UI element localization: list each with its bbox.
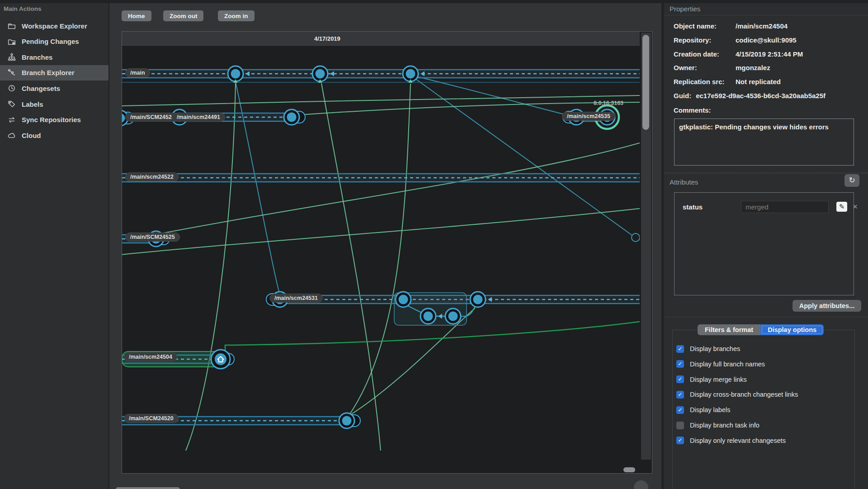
checkbox-row-display-branch-task-info[interactable]: Display branch task info: [676, 421, 760, 429]
property-value: ec17e592-d9ac-4536-b6cd-3a20aab5a25f: [696, 92, 826, 100]
vertical-scrollbar-thumb[interactable]: [642, 35, 649, 130]
changeset-node[interactable]: [339, 413, 360, 428]
sidebar-item-labels[interactable]: Labels: [0, 96, 108, 112]
divider: [664, 317, 868, 317]
checkbox-row-display-merge-links[interactable]: ✓Display merge links: [676, 375, 747, 384]
checkbox-icon[interactable]: ✓: [676, 375, 684, 383]
checkbox-row-display-only-relevant-changesets[interactable]: ✓Display only relevant changesets: [676, 437, 786, 445]
property-value: Not replicated: [736, 78, 781, 85]
property-label: Guid:: [674, 92, 691, 100]
checkbox-icon[interactable]: ✓: [676, 437, 684, 444]
branch-label[interactable]: /main/SCM24520: [124, 414, 179, 423]
property-value: mgonzalez: [736, 64, 770, 71]
changeset-node[interactable]: [312, 66, 328, 81]
checkbox-icon[interactable]: ✓: [676, 406, 684, 414]
remove-icon[interactable]: ×: [853, 202, 858, 212]
tag-icon: [8, 100, 16, 108]
branch-label[interactable]: /main/SCM24525: [125, 233, 180, 242]
horizontal-scrollbar-thumb[interactable]: [623, 467, 635, 472]
apply-attributes-button[interactable]: Apply attributes...: [793, 300, 861, 312]
comments-box[interactable]: gtkplastic: Pending changes view hides e…: [674, 119, 854, 166]
attributes-title: Attributes: [670, 178, 698, 186]
branch-label[interactable]: /main: [125, 68, 150, 77]
window-top-strip: [0, 0, 868, 3]
folder-icon: [8, 22, 16, 30]
checkbox-row-display-cross-branch-changeset-links[interactable]: ✓Display cross-branch changeset links: [676, 390, 798, 399]
checkbox-icon[interactable]: [676, 422, 684, 429]
checkbox-icon[interactable]: ✓: [676, 391, 684, 399]
changeset-node[interactable]: [470, 292, 486, 307]
canvas-vertical-scrollbar[interactable]: [641, 33, 651, 460]
changeset-node[interactable]: [420, 309, 436, 324]
zoom-out-button[interactable]: Zoom out: [163, 10, 203, 21]
sidebar-item-label: Sync Repositories: [22, 116, 81, 123]
branch-label[interactable]: /main/scm24535: [562, 112, 615, 121]
sidebar-item-label: Changesets: [22, 85, 60, 92]
sync-arrows-icon: [8, 116, 16, 124]
property-label: Repository:: [674, 36, 736, 44]
checkbox-row-display-labels[interactable]: ✓Display labels: [676, 406, 730, 414]
attributes-list: statusmerged✎×: [674, 192, 854, 295]
branch-label[interactable]: /main/scm24531: [269, 294, 323, 303]
property-label: Object name:: [674, 22, 736, 30]
bottom-fab-partial[interactable]: [634, 480, 648, 489]
property-value: /main/scm24504: [736, 22, 788, 30]
property-row: Object name:/main/scm24504: [674, 22, 788, 30]
home-button[interactable]: Home: [122, 10, 151, 21]
property-label: Owner:: [674, 64, 736, 71]
branch-label[interactable]: /main/scm24491: [172, 113, 225, 122]
merge-link: [122, 209, 640, 255]
edit-icon[interactable]: ✎: [836, 202, 847, 212]
sidebar-item-pending-changes[interactable]: Pending Changes: [0, 34, 108, 49]
bottom-toolbar-partial-button[interactable]: [116, 487, 180, 489]
sidebar-item-branches[interactable]: Branches: [0, 49, 108, 65]
changeset-node[interactable]: [284, 109, 305, 125]
changeset-node[interactable]: [445, 309, 461, 324]
property-value: 4/15/2019 2:51:44 PM: [736, 50, 803, 58]
properties-panel: Properties Object name:/main/scm24504Rep…: [661, 0, 868, 489]
sidebar-header: Main Actions: [4, 5, 42, 12]
sidebar-item-sync-repositories[interactable]: Sync Repositories: [0, 112, 108, 128]
sidebar-item-label: Workspace Explorer: [22, 22, 87, 30]
checkbox-icon[interactable]: ✓: [676, 360, 684, 368]
checkbox-row-display-branches[interactable]: ✓Display branches: [676, 345, 740, 353]
branch-label[interactable]: /main/scm24522: [125, 172, 179, 181]
property-row: Creation date:4/15/2019 2:51:44 PM: [674, 50, 803, 58]
changeset-node[interactable]: [403, 66, 418, 81]
branch-graph-svg[interactable]: [122, 32, 640, 464]
branch-diagram-canvas[interactable]: 4/17/2019 /main/main/SCM24524/main/scm24…: [122, 31, 652, 474]
changeset-node[interactable]: [228, 66, 243, 81]
folder-pending-icon: [8, 38, 16, 46]
sidebar-item-cloud[interactable]: Cloud: [0, 128, 108, 143]
refresh-icon[interactable]: ↻: [844, 174, 859, 187]
divider: [664, 173, 868, 173]
home-changeset-node[interactable]: [211, 350, 234, 369]
property-row: Repository:codice@skull:9095: [674, 36, 797, 44]
attribute-value-field[interactable]: merged: [741, 201, 829, 213]
sidebar-item-label: Pending Changes: [22, 38, 79, 45]
cloud-icon: [8, 131, 16, 139]
tab-display-options[interactable]: Display options: [760, 324, 824, 335]
attribute-name: status: [683, 203, 703, 211]
changesets-clock-icon: [8, 84, 16, 92]
checkbox-label: Display labels: [690, 406, 730, 413]
tab-filters-format[interactable]: Filters & format: [698, 324, 760, 335]
property-value: codice@skull:9095: [736, 36, 797, 44]
branch-explorer-icon: [8, 69, 16, 77]
checkbox-row-display-full-branch-names[interactable]: ✓Display full branch names: [676, 360, 765, 368]
sidebar-item-label: Labels: [22, 100, 43, 108]
property-row: Owner:mgonzalez: [674, 64, 770, 71]
checkbox-label: Display branch task info: [690, 422, 760, 429]
merge-link: [225, 322, 640, 356]
sidebar-item-workspace-explorer[interactable]: Workspace Explorer: [0, 18, 108, 33]
comments-label: Comments:: [674, 106, 736, 114]
zoom-in-button[interactable]: Zoom in: [218, 10, 255, 21]
checkbox-icon[interactable]: ✓: [676, 345, 684, 353]
sidebar-item-changesets[interactable]: Changesets: [0, 81, 108, 96]
branch-label[interactable]: /main/scm24504: [124, 352, 177, 361]
checkbox-label: Display merge links: [690, 376, 747, 383]
sidebar-item-branch-explorer[interactable]: Branch Explorer: [0, 65, 108, 81]
changeset-node[interactable]: [396, 292, 411, 307]
divider: [664, 15, 868, 15]
sidebar: Main Actions Workspace ExplorerPending C…: [0, 0, 109, 489]
